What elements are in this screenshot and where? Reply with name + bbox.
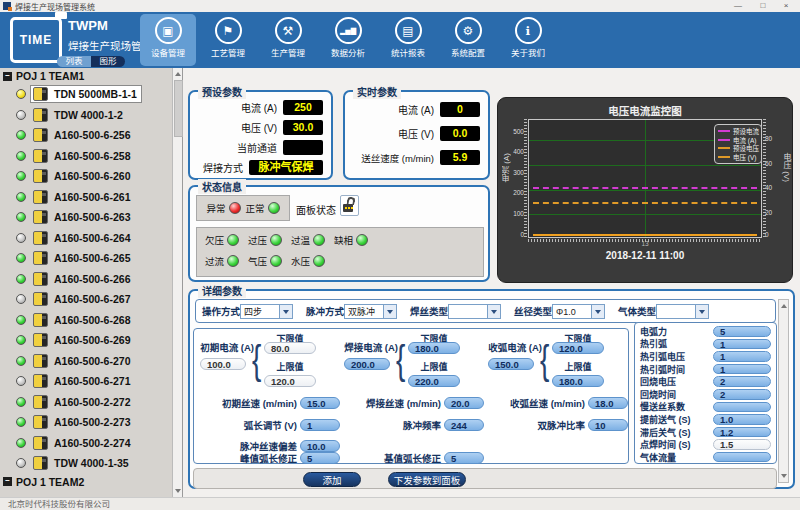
minimize-icon[interactable]: — [728, 0, 748, 12]
weld-wire-speed-input[interactable]: 20.0 [444, 397, 484, 409]
device-item[interactable]: A160-500-6-258 [0, 146, 182, 167]
device-item[interactable]: TDN 5000MB-1-1 [0, 84, 182, 105]
x-axis-tick: 13 [528, 240, 762, 247]
flag-icon: ⚑ [215, 17, 242, 44]
device-item[interactable]: A160-500-6-269 [0, 330, 182, 351]
chevron-down-icon[interactable] [280, 304, 293, 319]
spot-weld-time-input[interactable]: 1.5 [713, 439, 771, 450]
hot-start-time-input[interactable]: 1 [713, 364, 771, 375]
tree-group-team2[interactable]: POJ 1 TEAM2 [0, 474, 182, 490]
graph-view-button[interactable]: 图形 [91, 56, 125, 67]
chevron-down-icon[interactable] [384, 304, 397, 319]
status-led-icon [16, 417, 26, 427]
weld-current-upper-input[interactable]: 220.0 [408, 375, 460, 387]
collapse-icon[interactable] [3, 477, 12, 486]
scroll-down-icon[interactable] [781, 474, 787, 478]
operation-mode-select[interactable]: 操作方式 四步 [202, 304, 293, 319]
device-item[interactable]: A160-500-6-264 [0, 228, 182, 249]
maximize-icon[interactable]: □ [753, 0, 773, 12]
crater-current-upper-input[interactable]: 180.0 [552, 375, 604, 387]
gas-type-select[interactable]: 气体类型 [618, 304, 709, 319]
device-item[interactable]: A160-500-6-270 [0, 351, 182, 372]
add-button[interactable]: 添加 [303, 472, 361, 487]
nav-about-us[interactable]: ℹ 关于我们 [500, 14, 556, 66]
scroll-up-icon[interactable] [175, 72, 181, 76]
device-item[interactable]: A160-500-6-256 [0, 125, 182, 146]
initial-current-upper-input[interactable]: 120.0 [264, 375, 316, 387]
chevron-down-icon[interactable] [696, 304, 709, 319]
welder-icon [33, 169, 48, 183]
post-gas-time-input[interactable]: 1.2 [713, 427, 771, 438]
wire-diameter-select[interactable]: 丝径类型 Φ1.0 [514, 304, 605, 319]
preset-voltage-value: 30.0 [283, 120, 323, 135]
scroll-up-icon[interactable] [781, 304, 787, 308]
device-item[interactable]: A160-500-2-274 [0, 433, 182, 454]
unlock-icon[interactable] [340, 195, 359, 216]
crater-wire-speed-input[interactable]: 18.0 [588, 397, 628, 409]
device-item[interactable]: A160-500-6-271 [0, 371, 182, 392]
weld-current-lower-input[interactable]: 180.0 [408, 342, 460, 354]
pulse-frequency-input[interactable]: 244 [444, 419, 484, 431]
slow-wire-feed-coefficient-input[interactable] [713, 402, 771, 413]
device-item[interactable]: A160-500-6-263 [0, 207, 182, 228]
nav-data-analysis[interactable]: ▂▅▇ 数据分析 [320, 14, 376, 66]
device-item[interactable]: TDW 4000-1-35 [0, 453, 182, 474]
arc-length-adjust-input[interactable]: 1 [300, 419, 340, 431]
welder-icon [33, 272, 48, 286]
pre-gas-time-input[interactable]: 1.0 [713, 414, 771, 425]
nav-process-management[interactable]: ⚑ 工艺管理 [200, 14, 256, 66]
chart-legend: 预设电流 电流 (A) 预设电压 电压 (V) [714, 124, 762, 164]
hot-start-input[interactable]: 1 [713, 339, 771, 350]
chevron-down-icon[interactable] [592, 304, 605, 319]
wire-type-select[interactable]: 焊丝类型 [410, 304, 501, 319]
peak-arc-length-correction-input[interactable]: 5 [300, 452, 340, 464]
sidebar-scrollbar[interactable] [172, 68, 182, 497]
burnback-voltage-input[interactable]: 2 [713, 376, 771, 387]
status-info-panel: 状态信息 异常 正常 面板状态 欠压 过压 过温 缺相 过流 气压 水压 [188, 185, 490, 282]
base-arc-length-correction-input[interactable]: 5 [444, 452, 484, 464]
gas-flow-input[interactable] [713, 452, 771, 463]
window-title: 焊接生产现场管理系统 [15, 1, 95, 12]
device-label: TDN 5000MB-1-1 [54, 88, 137, 100]
device-item[interactable]: A160-500-6-265 [0, 248, 182, 269]
details-scrollbar[interactable] [778, 299, 789, 483]
collapse-icon[interactable] [3, 72, 12, 81]
nav-production-management[interactable]: ⚒ 生产管理 [260, 14, 316, 66]
status-led-icon [16, 130, 26, 140]
device-item[interactable]: A160-500-6-260 [0, 166, 182, 187]
arc-force-input[interactable]: 5 [713, 326, 771, 337]
initial-current-input[interactable]: 100.0 [200, 358, 246, 370]
initial-current-lower-input[interactable]: 80.0 [264, 342, 316, 354]
actual-voltage-line [533, 234, 757, 236]
device-item[interactable]: A160-500-6-267 [0, 289, 182, 310]
device-item[interactable]: A160-500-2-273 [0, 412, 182, 433]
send-params-button[interactable]: 下发参数到面板 [388, 472, 466, 487]
device-item[interactable]: TDW 4000-1-2 [0, 105, 182, 126]
chevron-down-icon[interactable] [488, 304, 501, 319]
burnback-time-input[interactable]: 2 [713, 389, 771, 400]
device-item[interactable]: A160-500-2-272 [0, 392, 182, 413]
pulse-mode-select[interactable]: 脉冲方式 双脉冲 [306, 304, 397, 319]
weld-current-input[interactable]: 200.0 [344, 358, 390, 370]
crater-current-lower-input[interactable]: 120.0 [552, 342, 604, 354]
double-pulse-ratio-input[interactable]: 10 [588, 419, 628, 431]
welder-icon [33, 436, 48, 450]
close-icon[interactable]: × [776, 0, 796, 12]
initial-wire-speed-input[interactable]: 15.0 [300, 397, 340, 409]
tree-group-team1[interactable]: POJ 1 TEAM1 [0, 68, 182, 84]
view-switch: 列表 图形 [57, 56, 125, 67]
company-name: 北京时代科技股份有限公司 [8, 499, 110, 509]
device-item[interactable]: A160-500-6-266 [0, 269, 182, 290]
hot-start-voltage-input[interactable]: 1 [713, 351, 771, 362]
nav-system-config[interactable]: ⚙ 系统配置 [440, 14, 496, 66]
scroll-thumb[interactable] [174, 80, 183, 137]
pulse-wire-speed-deviation-input[interactable]: 10.0 [300, 440, 340, 452]
nav-device-management[interactable]: ▣ 设备管理 [140, 14, 196, 66]
undervoltage-label: 欠压 [205, 233, 224, 247]
nav-statistics-report[interactable]: ▤ 统计报表 [380, 14, 436, 66]
device-item[interactable]: A160-500-6-261 [0, 187, 182, 208]
device-item[interactable]: A160-500-6-268 [0, 310, 182, 331]
scroll-down-icon[interactable] [175, 489, 181, 493]
list-view-button[interactable]: 列表 [57, 56, 91, 67]
crater-current-input[interactable]: 150.0 [488, 358, 534, 370]
